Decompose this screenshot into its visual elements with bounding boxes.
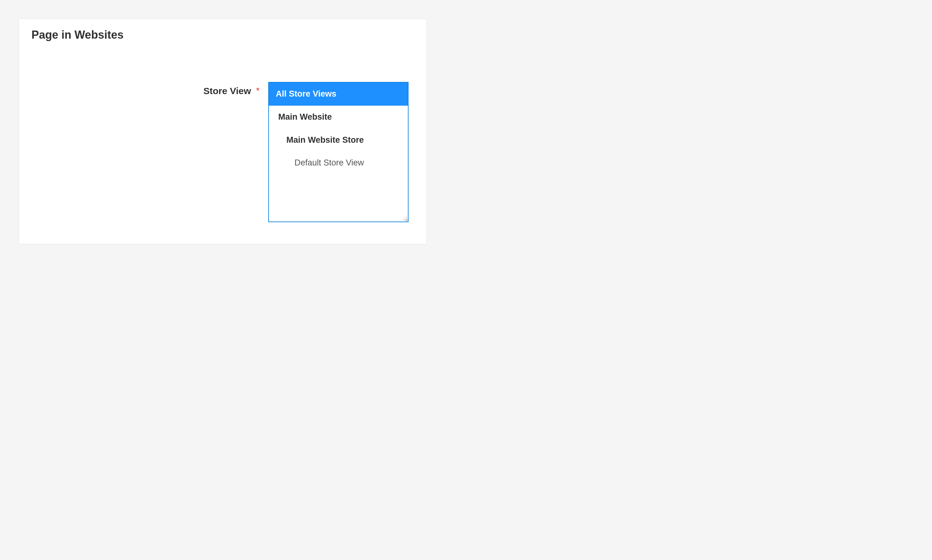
resize-handle-icon xyxy=(401,215,407,221)
store-view-option-all-store-views[interactable]: All Store Views xyxy=(269,83,408,106)
store-view-option-default-store-view[interactable]: Default Store View xyxy=(269,151,408,174)
required-asterisk: * xyxy=(256,86,260,96)
field-label-column: Store View * xyxy=(31,82,268,96)
store-view-multiselect[interactable]: All Store Views Main Website Main Websit… xyxy=(268,82,409,222)
store-view-field-row: Store View * All Store Views Main Websit… xyxy=(31,82,414,222)
panel-title: Page in Websites xyxy=(31,28,414,42)
store-view-option-main-website-store[interactable]: Main Website Store xyxy=(269,129,408,152)
store-view-option-main-website[interactable]: Main Website xyxy=(269,106,408,129)
field-control-column: All Store Views Main Website Main Websit… xyxy=(268,82,414,222)
store-view-label: Store View xyxy=(203,86,251,96)
page-in-websites-panel: Page in Websites Store View * All Store … xyxy=(19,19,427,244)
